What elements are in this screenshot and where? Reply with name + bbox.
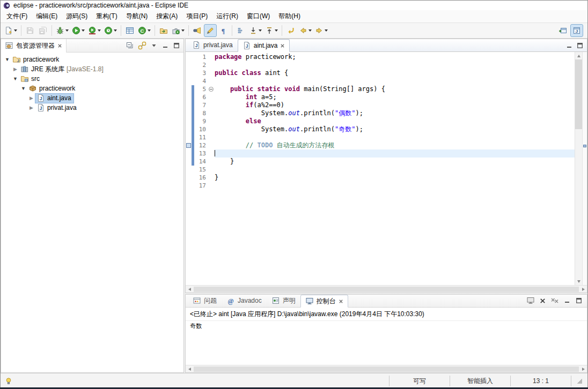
fold-ruler-cell[interactable]: [207, 109, 215, 117]
dropdown-arrow-icon[interactable]: [275, 29, 278, 32]
fold-ruler-cell[interactable]: [207, 117, 215, 125]
dropdown-arrow-icon[interactable]: [98, 29, 101, 32]
tips-lightbulb-icon[interactable]: [5, 377, 12, 385]
view-menu-icon[interactable]: [150, 42, 158, 49]
console-horizontal-scroll-thumb[interactable]: [194, 366, 579, 372]
tree-item-file-privat-java[interactable]: ▶Jprivat.java: [1, 103, 183, 113]
tree-item-cell[interactable]: JRE 系统库 [JavaSE-1.8]: [19, 65, 106, 74]
profile-button[interactable]: [102, 24, 119, 37]
search-button[interactable]: [191, 24, 204, 37]
tree-item-package-practicework[interactable]: ▼practicework: [1, 84, 183, 93]
scroll-left-arrow[interactable]: [186, 286, 193, 293]
code-line-17[interactable]: 17: [186, 182, 575, 190]
editor-tab-aint-java[interactable]: Jaint.java: [238, 39, 290, 52]
code-line-3[interactable]: 3public class aint {: [186, 69, 575, 77]
dropdown-arrow-icon[interactable]: [14, 29, 17, 32]
expand-arrow-icon[interactable]: ▶: [11, 66, 19, 72]
fold-ruler-cell[interactable]: [207, 133, 215, 141]
previous-annotation-button[interactable]: [263, 24, 280, 37]
line-number[interactable]: 14: [194, 158, 207, 166]
tab-package-explorer[interactable]: 包资源管理器: [1, 39, 67, 53]
annotation-ruler-cell[interactable]: [186, 101, 192, 109]
annotation-ruler-cell[interactable]: [186, 69, 192, 77]
line-number[interactable]: 4: [194, 77, 207, 85]
maximize-icon[interactable]: [575, 297, 583, 304]
tree-item-file-aint-java[interactable]: ▶Jaint.java: [1, 93, 183, 103]
toggle-mark-occurrences-button[interactable]: [204, 24, 217, 37]
minimize-icon[interactable]: [161, 42, 169, 49]
back-button[interactable]: [297, 24, 313, 37]
editor-horizontal-scrollbar[interactable]: [186, 285, 587, 293]
line-number[interactable]: 13: [194, 149, 207, 158]
menu-search[interactable]: 搜索(A): [152, 10, 182, 23]
menu-window[interactable]: 窗口(W): [242, 10, 274, 23]
code-text[interactable]: [215, 133, 575, 141]
tree-item-cell[interactable]: Jprivat.java: [35, 103, 79, 113]
line-number[interactable]: 7: [194, 101, 207, 109]
tree-item-cell[interactable]: Jpracticework: [11, 55, 61, 64]
view-tab-console[interactable]: 控制台: [300, 295, 348, 308]
close-tab-icon[interactable]: [339, 299, 343, 304]
run-button[interactable]: [70, 24, 86, 37]
dropdown-arrow-icon[interactable]: [308, 29, 312, 32]
fold-ruler-cell[interactable]: [207, 61, 215, 69]
annotation-ruler-cell[interactable]: [186, 109, 192, 117]
save-all-button[interactable]: [36, 24, 49, 37]
menu-refactor[interactable]: 重构(T): [92, 10, 121, 23]
editor-tab-privat-java[interactable]: Jprivat.java: [187, 39, 238, 51]
fold-ruler-cell[interactable]: [207, 101, 215, 109]
code-line-8[interactable]: 8 System.out.println("偶数");: [186, 109, 575, 117]
close-tab-icon[interactable]: [280, 43, 285, 48]
collapse-all-icon[interactable]: [126, 41, 134, 50]
collapse-arrow-icon[interactable]: ▼: [19, 86, 27, 91]
horizontal-scroll-thumb[interactable]: [194, 287, 579, 292]
code-text[interactable]: [215, 149, 575, 158]
dropdown-arrow-icon[interactable]: [259, 29, 262, 32]
menu-run[interactable]: 运行(R): [212, 10, 242, 23]
menu-navigate[interactable]: 导航(N): [122, 10, 152, 23]
tree-item-src-folder[interactable]: ▼src: [1, 74, 183, 84]
console-scroll-left-arrow[interactable]: [186, 365, 193, 373]
dropdown-arrow-icon[interactable]: [325, 29, 328, 32]
menu-file[interactable]: 文件(F): [2, 10, 32, 23]
tree-item-cell[interactable]: Jaint.java: [35, 94, 74, 103]
tree-item-jre-system-library[interactable]: ▶JRE 系统库 [JavaSE-1.8]: [1, 64, 183, 74]
annotation-ruler-cell[interactable]: [186, 77, 192, 85]
code-line-9[interactable]: 9 else: [186, 117, 575, 125]
editor-vertical-scrollbar[interactable]: [575, 52, 582, 285]
annotation-ruler-cell[interactable]: [186, 141, 192, 149]
expand-arrow-icon[interactable]: ▶: [27, 105, 35, 110]
maximize-icon[interactable]: [173, 42, 180, 49]
code-line-14[interactable]: 14 }: [186, 158, 575, 166]
annotation-ruler-cell[interactable]: [186, 117, 192, 125]
dropdown-arrow-icon[interactable]: [181, 29, 185, 32]
menu-project[interactable]: 项目(P): [182, 10, 212, 23]
annotation-ruler-cell[interactable]: [186, 133, 192, 141]
annotation-ruler-cell[interactable]: [186, 182, 192, 190]
external-tools-button[interactable]: [170, 24, 186, 37]
show-whitespace-button[interactable]: ¶: [217, 24, 230, 37]
minimize-icon[interactable]: [563, 297, 571, 304]
save-button[interactable]: [24, 24, 36, 37]
menu-edit[interactable]: 编辑(E): [32, 10, 62, 23]
line-number[interactable]: 1: [194, 53, 207, 61]
annotation-ruler-cell[interactable]: [186, 158, 192, 166]
code-line-5[interactable]: 5 public static void main(String[] args)…: [186, 85, 575, 93]
fold-ruler-cell[interactable]: [207, 182, 215, 190]
code-line-6[interactable]: 6 int a=5;: [186, 93, 575, 101]
maximize-icon[interactable]: [576, 42, 584, 49]
open-task-button[interactable]: [157, 24, 170, 37]
code-text[interactable]: int a=5;: [215, 93, 575, 101]
code-text[interactable]: public static void main(String[] args) {: [215, 85, 575, 93]
code-text[interactable]: System.out.println("偶数");: [215, 109, 575, 117]
annotation-ruler-cell[interactable]: [186, 166, 192, 174]
dropdown-arrow-icon[interactable]: [114, 29, 117, 32]
code-text[interactable]: if(a%2==0): [215, 101, 575, 109]
line-number[interactable]: 5: [194, 85, 207, 93]
fold-ruler-cell[interactable]: [207, 149, 215, 158]
expand-arrow-icon[interactable]: ▶: [27, 95, 35, 101]
annotation-ruler-cell[interactable]: [186, 85, 192, 93]
code-text[interactable]: [215, 182, 575, 190]
display-console-icon[interactable]: [526, 296, 535, 305]
vertical-scroll-thumb[interactable]: [575, 59, 583, 129]
